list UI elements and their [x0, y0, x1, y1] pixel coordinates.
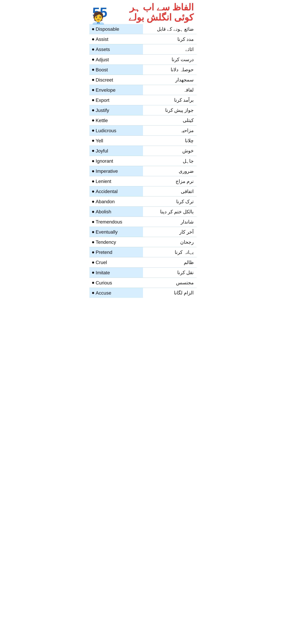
bullet-icon: [92, 79, 94, 81]
header-text-group: 55 الفاظ سے اب ہر کوئی انگلش بولے: [92, 2, 194, 22]
english-cell: Envelope: [89, 85, 143, 95]
bullet-icon: [92, 190, 94, 192]
bullet-icon: [92, 251, 94, 254]
bullet-icon: [92, 211, 94, 213]
table-row: Envelopeلفافہ: [89, 85, 197, 95]
english-word: Yell: [96, 138, 103, 144]
bullet-icon: [92, 170, 94, 172]
table-row: Boostحوصلہ دلانا: [89, 64, 197, 75]
urdu-cell: جواز پیش کرنا: [143, 105, 197, 115]
table-row: Abandonترک کرنا: [89, 196, 197, 206]
urdu-cell: نرم مزاج: [143, 176, 197, 186]
header-urdu-title: الفاظ سے اب ہر کوئی انگلش بولے: [108, 2, 194, 22]
bullet-icon: [92, 130, 94, 132]
english-cell: Disposable: [89, 24, 143, 34]
table-row: Justifyجواز پیش کرنا: [89, 105, 197, 115]
bullet-icon: [92, 292, 94, 294]
english-cell: Ignorant: [89, 156, 143, 166]
urdu-cell: بہانہ کرنا: [143, 247, 197, 257]
table-row: Lenientنرم مزاج: [89, 176, 197, 186]
english-cell: Boost: [89, 64, 143, 75]
english-cell: Lenient: [89, 176, 143, 186]
table-row: Exportبرآمد کرنا: [89, 95, 197, 105]
bullet-icon: [92, 99, 94, 101]
table-row: Adjustدرست کرنا: [89, 54, 197, 64]
bullet-icon: [92, 38, 94, 40]
english-word: Ignorant: [96, 158, 113, 164]
english-word: Tremendous: [96, 219, 122, 224]
urdu-cell: برآمد کرنا: [143, 95, 197, 105]
bullet-icon: [92, 89, 94, 91]
word-table: Disposableضائع ہونے کے قابلAssistمدد کرن…: [89, 24, 197, 298]
urdu-cell: خوش: [143, 146, 197, 156]
urdu-cell: ضروری: [143, 166, 197, 176]
english-word: Cruel: [96, 260, 107, 265]
english-cell: Adjust: [89, 54, 143, 64]
urdu-cell: آخر کار: [143, 227, 197, 237]
bullet-icon: [92, 160, 94, 162]
english-cell: Export: [89, 95, 143, 105]
urdu-cell: نقل کرنا: [143, 268, 197, 278]
english-word: Export: [96, 98, 109, 103]
table-row: Tendencyرجحان: [89, 237, 197, 247]
table-row: Eventuallyآخر کار: [89, 227, 197, 237]
table-row: Cruelظالم: [89, 257, 197, 268]
english-word: Curious: [96, 280, 112, 286]
bullet-icon: [92, 150, 94, 152]
english-cell: Justify: [89, 105, 143, 115]
bullet-icon: [92, 69, 94, 71]
bullet-icon: [92, 221, 94, 223]
urdu-cell: ظالم: [143, 257, 197, 268]
urdu-cell: شاندار: [143, 217, 197, 227]
english-word: Accidental: [96, 189, 118, 194]
urdu-cell: الزام لگانا: [143, 288, 197, 298]
english-cell: Abolish: [89, 206, 143, 217]
english-word: Justify: [96, 108, 109, 113]
english-word: Ludicrous: [96, 128, 116, 133]
english-cell: Assist: [89, 34, 143, 44]
urdu-cell: مجتسس: [143, 278, 197, 288]
urdu-cell: حوصلہ دلانا: [143, 64, 197, 75]
table-row: Yellچلانا: [89, 136, 197, 146]
table-row: Ignorantجاہل: [89, 156, 197, 166]
english-cell: Tendency: [89, 237, 143, 247]
english-cell: Ludicrous: [89, 125, 143, 136]
table-row: Imitateنقل کرنا: [89, 268, 197, 278]
urdu-cell: بالکل ختم کر دینا: [143, 206, 197, 217]
english-word: Disposable: [96, 26, 119, 32]
table-row: Discreetسمجھدار: [89, 75, 197, 85]
urdu-cell: جاہل: [143, 156, 197, 166]
urdu-cell: سمجھدار: [143, 75, 197, 85]
english-word: Adjust: [96, 57, 109, 62]
bullet-icon: [92, 109, 94, 111]
english-word: Envelope: [96, 87, 115, 93]
english-cell: Cruel: [89, 257, 143, 268]
page-header: 🧑‍💼 55 الفاظ سے اب ہر کوئی انگلش بولے: [89, 0, 197, 24]
urdu-cell: اثاثے: [143, 44, 197, 54]
urdu-cell: ضائع ہونے کے قابل: [143, 24, 197, 34]
urdu-cell: مزاحیہ: [143, 125, 197, 136]
bullet-icon: [92, 282, 94, 284]
table-row: Abolishبالکل ختم کر دینا: [89, 206, 197, 217]
english-word: Imitate: [96, 270, 110, 275]
table-row: Kettleکیتلی: [89, 115, 197, 125]
bullet-icon: [92, 241, 94, 243]
table-row: Imperativeضروری: [89, 166, 197, 176]
english-word: Pretend: [96, 250, 112, 255]
bullet-icon: [92, 272, 94, 274]
table-row: Accidentalاتفاقی: [89, 186, 197, 196]
bullet-icon: [92, 231, 94, 233]
table-row: Assistمدد کرنا: [89, 34, 197, 44]
bullet-icon: [92, 48, 94, 50]
english-cell: Eventually: [89, 227, 143, 237]
english-word: Discreet: [96, 77, 113, 82]
english-word: Imperative: [96, 168, 118, 174]
english-cell: Pretend: [89, 247, 143, 257]
table-row: Tremendousشاندار: [89, 217, 197, 227]
english-cell: Assets: [89, 44, 143, 54]
urdu-cell: کیتلی: [143, 115, 197, 125]
bullet-icon: [92, 28, 94, 30]
bullet-icon: [92, 58, 94, 61]
urdu-cell: مدد کرنا: [143, 34, 197, 44]
english-cell: Yell: [89, 136, 143, 146]
